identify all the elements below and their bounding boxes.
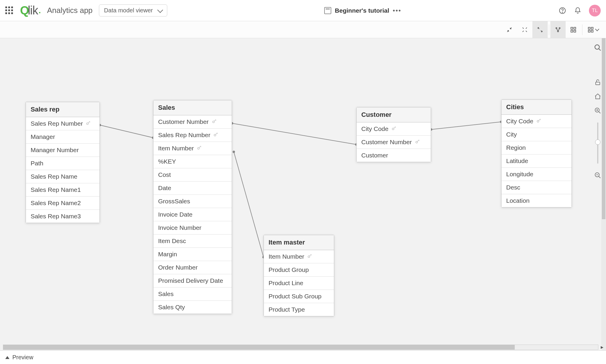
table-field[interactable]: Sales Rep Number bbox=[26, 117, 100, 130]
table-sales_rep[interactable]: Sales repSales Rep NumberManagerManager … bbox=[26, 102, 100, 223]
table-field[interactable]: Sales Rep Name3 bbox=[26, 210, 100, 223]
zoom-slider[interactable] bbox=[597, 122, 598, 164]
more-actions-button[interactable]: ••• bbox=[393, 7, 401, 14]
table-field[interactable]: Invoice Number bbox=[153, 221, 232, 235]
table-field[interactable]: Promised Delivery Date bbox=[153, 274, 232, 287]
table-field[interactable]: Cost bbox=[153, 168, 232, 182]
svg-line-22 bbox=[431, 122, 501, 129]
zoom-slider-thumb[interactable] bbox=[595, 139, 600, 145]
table-field[interactable]: Manager bbox=[26, 130, 100, 144]
table-field[interactable]: Margin bbox=[153, 248, 232, 261]
table-cities[interactable]: CitiesCity CodeCityRegionLatitudeLongitu… bbox=[501, 99, 572, 207]
triangle-up-icon bbox=[5, 356, 9, 359]
qlik-logo[interactable]: Qlik. bbox=[20, 4, 41, 17]
vertical-scrollbar[interactable] bbox=[601, 38, 606, 350]
table-field[interactable]: Order Number bbox=[153, 261, 232, 274]
svg-point-3 bbox=[559, 27, 560, 29]
table-field[interactable]: Product Line bbox=[264, 277, 334, 290]
table-field[interactable]: Product Group bbox=[264, 263, 334, 277]
help-icon[interactable] bbox=[558, 6, 567, 15]
table-field[interactable]: Customer Number bbox=[357, 136, 431, 149]
key-icon bbox=[212, 118, 217, 125]
svg-rect-9 bbox=[588, 27, 590, 29]
view-selector-dropdown[interactable]: Data model viewer bbox=[99, 4, 167, 16]
field-name: City Code bbox=[506, 118, 533, 125]
table-field[interactable]: Path bbox=[26, 157, 100, 170]
table-field[interactable]: GrossSales bbox=[153, 195, 232, 208]
table-field[interactable]: Customer Number bbox=[153, 115, 232, 129]
table-field[interactable]: Sales bbox=[153, 287, 232, 301]
collapse-all-button[interactable] bbox=[502, 21, 517, 38]
data-model-canvas[interactable]: Sales repSales Rep NumberManagerManager … bbox=[0, 38, 606, 350]
internal-table-view-button[interactable] bbox=[550, 21, 566, 38]
table-field[interactable]: Latitude bbox=[501, 154, 572, 168]
source-table-view-button[interactable] bbox=[566, 21, 581, 38]
chevron-down-icon bbox=[157, 7, 163, 13]
table-field[interactable]: Sales Rep Name1 bbox=[26, 183, 100, 197]
table-field[interactable]: Item Number bbox=[153, 142, 232, 155]
field-name: Customer Number bbox=[158, 118, 209, 125]
table-field[interactable]: Invoice Date bbox=[153, 208, 232, 221]
table-header[interactable]: Sales rep bbox=[26, 102, 100, 117]
chevron-down-icon bbox=[595, 27, 599, 31]
table-field[interactable]: Product Sub Group bbox=[264, 290, 334, 303]
notifications-icon[interactable] bbox=[574, 6, 582, 15]
canvas-side-tools bbox=[594, 44, 602, 179]
horizontal-scrollbar[interactable]: ◀ ▶ bbox=[3, 345, 598, 350]
svg-point-25 bbox=[87, 123, 88, 124]
table-header[interactable]: Sales bbox=[153, 100, 232, 115]
table-field[interactable]: Location bbox=[501, 194, 572, 207]
field-name: Sales Rep Name2 bbox=[31, 200, 81, 207]
table-field[interactable]: Sales Rep Name2 bbox=[26, 197, 100, 210]
svg-point-4 bbox=[557, 31, 559, 32]
table-field[interactable]: Region bbox=[501, 141, 572, 154]
field-name: Customer bbox=[361, 152, 388, 159]
table-sales[interactable]: SalesCustomer NumberSales Rep NumberItem… bbox=[153, 100, 232, 314]
table-header[interactable]: Item master bbox=[264, 235, 334, 250]
reset-zoom-button[interactable] bbox=[594, 92, 602, 101]
table-field[interactable]: Sales Rep Name bbox=[26, 170, 100, 183]
table-field[interactable]: Sales Qty bbox=[153, 301, 232, 314]
search-button[interactable] bbox=[594, 44, 602, 52]
table-header[interactable]: Cities bbox=[501, 100, 572, 115]
app-launcher-icon[interactable] bbox=[5, 6, 14, 15]
table-field[interactable]: %KEY bbox=[153, 155, 232, 168]
table-field[interactable]: Manager Number bbox=[26, 144, 100, 157]
table-field[interactable]: Product Type bbox=[264, 303, 334, 316]
table-item_master[interactable]: Item masterItem NumberProduct GroupProdu… bbox=[264, 235, 334, 316]
table-field[interactable]: City Code bbox=[501, 115, 572, 128]
lock-layout-button[interactable] bbox=[594, 78, 602, 87]
sheet-name: Beginner's tutorial bbox=[335, 7, 389, 14]
field-name: Product Group bbox=[269, 266, 309, 273]
preview-panel-toggle[interactable]: Preview bbox=[0, 350, 606, 364]
table-field[interactable]: Item Number bbox=[264, 250, 334, 263]
expand-all-button[interactable] bbox=[532, 21, 548, 38]
field-name: Desc bbox=[506, 184, 520, 191]
preview-label: Preview bbox=[12, 354, 33, 361]
svg-rect-7 bbox=[571, 30, 573, 32]
field-name: Sales Rep Number bbox=[31, 120, 83, 127]
svg-rect-5 bbox=[571, 27, 573, 29]
scroll-right-arrow[interactable]: ▶ bbox=[599, 345, 605, 350]
table-field[interactable]: Item Desc bbox=[153, 235, 232, 248]
table-field[interactable]: Desc bbox=[501, 181, 572, 194]
top-bar: Qlik. Analytics app Data model viewer Be… bbox=[0, 0, 606, 21]
table-header[interactable]: Customer bbox=[357, 107, 431, 122]
zoom-in-button[interactable] bbox=[594, 107, 602, 115]
user-avatar[interactable]: TL bbox=[589, 5, 601, 16]
table-field[interactable]: Customer bbox=[357, 149, 431, 162]
zoom-out-button[interactable] bbox=[594, 171, 602, 179]
layout-menu-button[interactable] bbox=[584, 21, 602, 38]
table-field[interactable]: Sales Rep Number bbox=[153, 129, 232, 142]
table-field[interactable]: City Code bbox=[357, 122, 431, 136]
field-name: GrossSales bbox=[158, 198, 190, 205]
table-field[interactable]: Date bbox=[153, 182, 232, 195]
field-name: Order Number bbox=[158, 264, 198, 271]
field-name: Customer Number bbox=[361, 139, 412, 146]
table-customer[interactable]: CustomerCity CodeCustomer NumberCustomer bbox=[356, 107, 431, 162]
show-linked-button[interactable] bbox=[517, 21, 532, 38]
field-name: Promised Delivery Date bbox=[158, 277, 223, 284]
table-field[interactable]: Longitude bbox=[501, 168, 572, 181]
table-field[interactable]: City bbox=[501, 128, 572, 141]
field-name: %KEY bbox=[158, 158, 176, 165]
